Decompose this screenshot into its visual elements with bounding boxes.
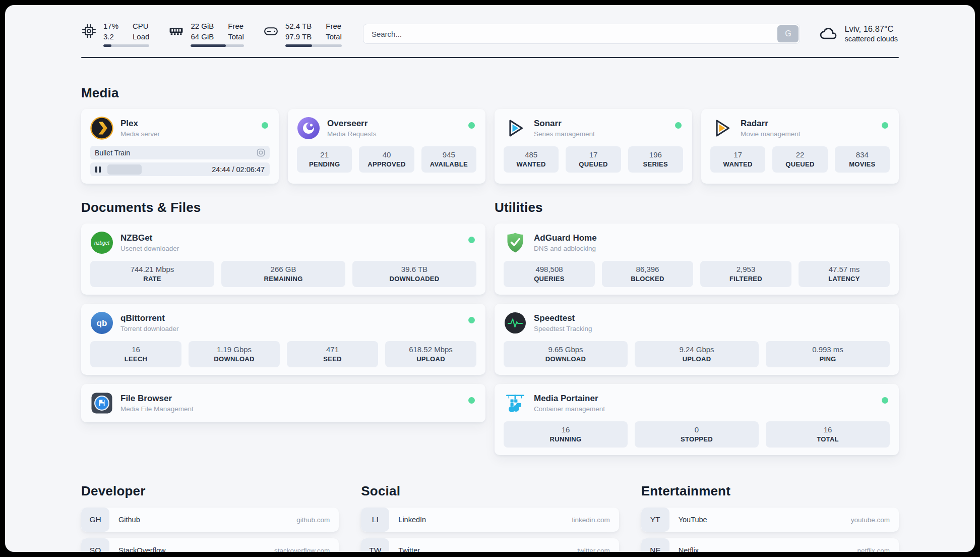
session-icon: [257, 148, 265, 157]
app-description: Media server: [120, 130, 160, 138]
app-card-sonarr[interactable]: Sonarr Series management 485 WANTED 17 Q…: [495, 109, 692, 184]
stat-value: 17: [713, 150, 762, 159]
bookmark-abbr: NF: [641, 538, 669, 552]
bookmark-url: youtube.com: [851, 516, 890, 524]
bookmark-url: github.com: [296, 516, 330, 524]
stat-label: RATE: [93, 275, 211, 283]
app-card-portainer[interactable]: Media Portainer Container management 16 …: [495, 384, 899, 455]
stat-value: 266 GB: [224, 265, 342, 273]
bookmark-linkedin[interactable]: LI LinkedIn linkedin.com: [361, 508, 619, 532]
stat-value: 16: [769, 425, 887, 434]
stat-value: 744.21 Mbps: [93, 265, 211, 273]
cpu-usage-label: CPU: [133, 21, 149, 31]
app-card-nzbget[interactable]: nzbget NZBGet Usenet downloader 744.: [81, 224, 485, 295]
qbittorrent-icon: qb: [90, 311, 113, 335]
app-card-qbittorrent[interactable]: qb qBittorrent Torrent downloader 16: [81, 304, 485, 375]
portainer-icon: [504, 392, 527, 415]
utilities-column: Utilities: [495, 200, 899, 455]
bookmark-name: StackOverflow: [118, 546, 165, 552]
search-engine-button[interactable]: G: [777, 25, 799, 42]
app-card-speedtest[interactable]: Speedtest Speedtest Tracking 9.65 Gbps D…: [495, 304, 899, 375]
stat-download: 1.19 Gbps DOWNLOAD: [189, 341, 280, 367]
app-name: Media Portainer: [534, 394, 605, 404]
stat-downloaded: 39.6 TB DOWNLOADED: [352, 261, 476, 287]
section-title-developer: Developer: [81, 483, 339, 499]
stat-label: AVAILABLE: [424, 160, 473, 168]
app-description: Torrent downloader: [120, 325, 179, 332]
ram-free-value: 22 GiB: [191, 21, 214, 31]
status-dot: [262, 122, 268, 129]
now-playing-title: Bullet Train: [95, 149, 130, 157]
bookmark-name: LinkedIn: [398, 516, 426, 524]
app-name: File Browser: [120, 394, 194, 404]
disk-free-value: 52.4 TB: [285, 21, 312, 31]
stat-available: 945 AVAILABLE: [421, 146, 476, 173]
search-input[interactable]: [363, 30, 778, 38]
app-name: Plex: [120, 119, 160, 129]
bookmark-abbr: GH: [81, 508, 109, 532]
bookmark-abbr: SO: [81, 538, 109, 552]
app-name: qBittorrent: [120, 313, 179, 323]
stat-value: 16: [93, 345, 178, 354]
disk-free-label: Free: [326, 21, 342, 31]
bookmark-stackoverflow[interactable]: SO StackOverflow stackoverflow.com: [81, 538, 339, 552]
status-dot: [468, 122, 475, 129]
bookmark-netflix[interactable]: NF Netflix netflix.com: [641, 538, 899, 552]
bookmark-twitter[interactable]: TW Twitter twitter.com: [361, 538, 619, 552]
stat-value: 21: [300, 150, 349, 159]
stat-stopped: 0 STOPPED: [635, 421, 759, 448]
disk-progress-fill: [285, 44, 312, 47]
radarr-icon: [710, 117, 733, 140]
weather-widget: Lviv, 16.87°C scattered clouds: [819, 23, 899, 44]
app-card-radarr[interactable]: Radarr Movie management 17 WANTED 22 QUE…: [701, 109, 899, 184]
status-dot: [468, 317, 475, 323]
app-card-filebrowser[interactable]: File Browser Media File Management: [81, 384, 485, 422]
documents-column: Documents & Files nzbget: [81, 200, 485, 422]
svg-text:qb: qb: [97, 318, 107, 328]
cpu-widget: 17% 3.2 CPU Load: [81, 21, 149, 47]
app-description: Movie management: [741, 130, 801, 138]
stat-queries: 498,508 QUERIES: [504, 261, 595, 287]
playback-progress-row: 24:44 / 02:06:47: [90, 162, 270, 176]
playback-progress-fill: [107, 164, 142, 175]
bookmark-github[interactable]: GH Github github.com: [81, 508, 339, 532]
nzbget-icon: nzbget: [90, 231, 113, 254]
section-title-social: Social: [361, 483, 619, 499]
stat-label: STOPPED: [638, 435, 756, 443]
app-description: Media Requests: [327, 130, 377, 138]
disk-total-value: 97.9 TB: [285, 31, 312, 42]
app-description: DNS and adblocking: [534, 245, 597, 252]
stat-download: 9.65 Gbps DOWNLOAD: [504, 341, 628, 367]
stat-label: QUERIES: [507, 275, 592, 283]
disk-widget: 52.4 TB 97.9 TB Free Total: [263, 21, 342, 47]
bookmark-youtube[interactable]: YT YouTube youtube.com: [641, 508, 899, 532]
stat-value: 16: [507, 425, 625, 434]
stat-label: SEED: [290, 355, 375, 363]
app-name: Sonarr: [534, 119, 595, 129]
filebrowser-icon: [90, 392, 113, 415]
ram-progress-bar: [191, 44, 244, 47]
stat-approved: 40 APPROVED: [359, 146, 414, 173]
pause-icon: [95, 166, 101, 173]
bookmark-url: twitter.com: [577, 547, 610, 552]
stat-label: DOWNLOADED: [355, 275, 473, 283]
app-description: Container management: [534, 405, 605, 413]
bookmark-url: netflix.com: [857, 547, 890, 552]
bookmarks-developer: Developer GH Github github.com SO StackO…: [81, 483, 339, 552]
app-card-overseerr[interactable]: Overseerr Media Requests 21 PENDING 40 A…: [288, 109, 485, 184]
stat-value: 9.65 Gbps: [507, 345, 625, 354]
stat-series: 196 SERIES: [628, 146, 683, 173]
cloud-icon: [819, 25, 837, 43]
stat-value: 196: [631, 150, 680, 159]
app-description: Speedtest Tracking: [534, 325, 592, 332]
app-description: Usenet downloader: [120, 245, 179, 252]
stat-label: TOTAL: [769, 435, 887, 443]
stat-label: DOWNLOAD: [507, 355, 625, 363]
stat-label: QUEUED: [775, 160, 824, 168]
status-dot: [468, 237, 475, 243]
app-card-plex[interactable]: Plex Media server Bullet Train 24:44 / 0…: [81, 109, 279, 184]
disk-total-label: Total: [326, 31, 342, 42]
app-card-adguard[interactable]: AdGuard Home DNS and adblocking 498,508 …: [495, 224, 899, 295]
search-bar: G: [363, 24, 801, 44]
cpu-load-value: 3.2: [103, 31, 118, 42]
